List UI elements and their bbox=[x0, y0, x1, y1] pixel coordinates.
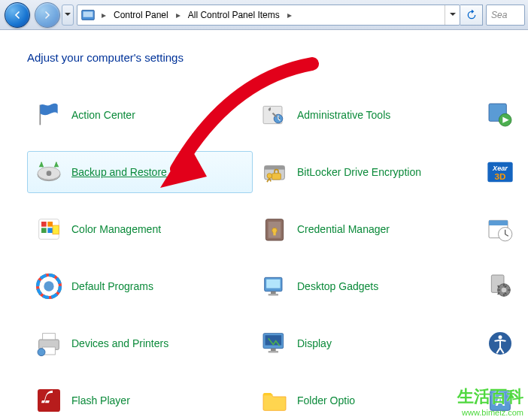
history-dropdown[interactable] bbox=[62, 5, 74, 26]
item-label: Flash Player bbox=[71, 394, 130, 406]
item-label: Desktop Gadgets bbox=[297, 280, 378, 292]
item-label: Administrative Tools bbox=[297, 109, 390, 121]
svg-rect-47 bbox=[269, 351, 278, 353]
svg-rect-36 bbox=[269, 294, 278, 296]
svg-point-32 bbox=[44, 281, 53, 291]
bitlocker-icon bbox=[259, 157, 290, 187]
item-label: Folder Optio bbox=[297, 394, 355, 406]
default-programs-icon bbox=[34, 271, 64, 301]
svg-rect-46 bbox=[271, 349, 276, 351]
svg-point-49 bbox=[499, 335, 502, 339]
back-button[interactable] bbox=[5, 2, 30, 28]
item-devices-printers[interactable]: Devices and Printers bbox=[27, 322, 253, 364]
ease-access-icon bbox=[485, 328, 515, 358]
flag-icon bbox=[34, 100, 64, 130]
address-bar[interactable]: ▸ Control Panel ▸ All Control Panel Item… bbox=[77, 5, 460, 26]
search-input[interactable]: Sea bbox=[486, 5, 525, 26]
svg-text:3D: 3D bbox=[495, 171, 506, 181]
folder-icon bbox=[259, 385, 290, 415]
item-device-manager[interactable] bbox=[478, 265, 528, 307]
watermark: 生活百科 www.bimeiz.com bbox=[457, 385, 523, 417]
svg-rect-18 bbox=[47, 222, 53, 227]
svg-rect-34 bbox=[266, 279, 280, 289]
item-backup-restore[interactable]: Backup and Restore bbox=[27, 151, 253, 193]
items-grid: Action Center Administrative Tools Backu… bbox=[27, 94, 522, 420]
breadcrumb-control-panel[interactable]: Control Panel bbox=[109, 5, 173, 25]
svg-rect-35 bbox=[271, 292, 276, 294]
svg-rect-19 bbox=[41, 228, 47, 233]
svg-rect-41 bbox=[43, 334, 56, 340]
navigation-bar: ▸ Control Panel ▸ All Control Panel Item… bbox=[0, 0, 528, 30]
item-folder-options[interactable]: Folder Optio bbox=[253, 379, 478, 420]
breadcrumb-all-items[interactable]: All Control Panel Items bbox=[184, 5, 284, 25]
svg-point-12 bbox=[267, 174, 272, 179]
page-heading: Adjust your computer's settings bbox=[27, 51, 522, 64]
svg-rect-21 bbox=[53, 225, 59, 234]
item-credential-manager[interactable]: Credential Manager bbox=[253, 208, 478, 250]
datetime-icon bbox=[485, 214, 515, 244]
item-label: Action Center bbox=[71, 109, 135, 121]
device-manager-icon bbox=[485, 271, 515, 301]
refresh-button[interactable] bbox=[460, 5, 483, 26]
color-mgmt-icon bbox=[34, 214, 64, 244]
content-area: Adjust your computer's settings Action C… bbox=[0, 30, 528, 420]
item-label: Default Programs bbox=[71, 280, 153, 292]
item-ease-of-access[interactable] bbox=[478, 322, 528, 364]
chevron-right-icon: ▸ bbox=[99, 10, 109, 20]
item-label: Display bbox=[297, 337, 332, 349]
item-bitlocker[interactable]: BitLocker Drive Encryption bbox=[253, 151, 478, 193]
item-default-programs[interactable]: Default Programs bbox=[27, 265, 253, 307]
item-datetime[interactable] bbox=[478, 208, 528, 250]
svg-rect-25 bbox=[273, 231, 275, 236]
item-color-management[interactable]: Color Management bbox=[27, 208, 253, 250]
backup-icon bbox=[34, 157, 64, 187]
item-action-center[interactable]: Action Center bbox=[27, 94, 253, 136]
svg-rect-1 bbox=[83, 11, 93, 17]
svg-rect-10 bbox=[265, 166, 285, 170]
item-label: Backup and Restore bbox=[71, 166, 167, 178]
xear3d-icon: Xear3D bbox=[485, 157, 515, 187]
item-label: Devices and Printers bbox=[71, 337, 168, 349]
gadgets-icon bbox=[259, 271, 290, 301]
flash-icon bbox=[34, 385, 64, 415]
svg-rect-20 bbox=[47, 228, 53, 233]
item-flash-player[interactable]: Flash Player bbox=[27, 379, 253, 420]
forward-button[interactable] bbox=[35, 2, 60, 28]
admin-tools-icon bbox=[259, 100, 290, 130]
control-panel-icon bbox=[80, 7, 96, 23]
svg-point-39 bbox=[502, 288, 507, 293]
chevron-right-icon: ▸ bbox=[284, 10, 295, 20]
item-administrative-tools[interactable]: Administrative Tools bbox=[253, 94, 478, 136]
svg-rect-11 bbox=[272, 174, 281, 180]
item-autoplay[interactable] bbox=[478, 94, 528, 136]
autoplay-icon bbox=[485, 100, 515, 130]
address-dropdown[interactable] bbox=[445, 5, 460, 25]
display-icon bbox=[259, 328, 290, 358]
item-label: Color Management bbox=[71, 223, 161, 235]
watermark-url: www.bimeiz.com bbox=[457, 408, 523, 417]
svg-point-8 bbox=[47, 171, 52, 176]
item-desktop-gadgets[interactable]: Desktop Gadgets bbox=[253, 265, 478, 307]
svg-rect-17 bbox=[41, 222, 47, 227]
svg-rect-27 bbox=[489, 220, 508, 225]
search-placeholder: Sea bbox=[491, 10, 507, 20]
item-display[interactable]: Display bbox=[253, 322, 478, 364]
item-label: Credential Manager bbox=[297, 223, 390, 235]
item-xear3d[interactable]: Xear3D bbox=[478, 151, 528, 193]
item-label: BitLocker Drive Encryption bbox=[297, 166, 421, 178]
chevron-right-icon: ▸ bbox=[173, 10, 184, 20]
printer-icon bbox=[34, 328, 64, 358]
watermark-text: 生活百科 bbox=[457, 385, 523, 408]
credential-icon bbox=[259, 214, 290, 244]
svg-point-43 bbox=[38, 349, 45, 356]
